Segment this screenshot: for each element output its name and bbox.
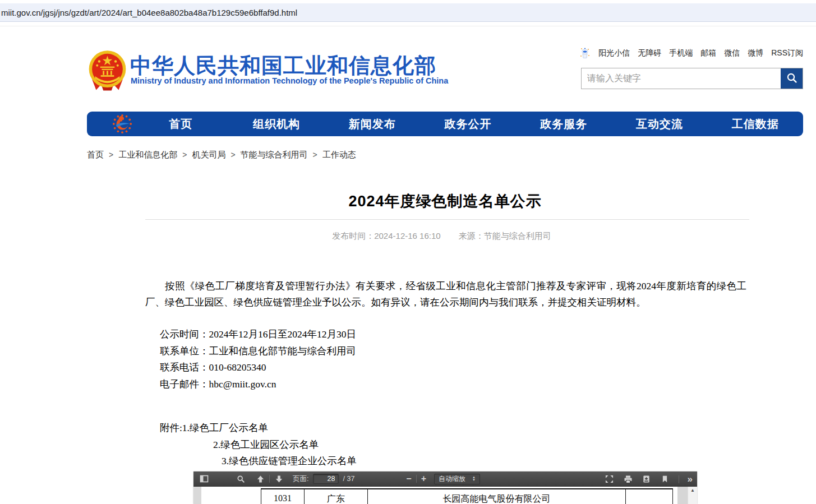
crumb-home[interactable]: 首页 — [87, 150, 104, 159]
breadcrumb: 首页>工业和信息化部>机关司局>节能与综合利用司>工作动态 — [87, 150, 356, 160]
article-source: 来源：节能与综合利用司 — [459, 231, 551, 241]
row-seq: 1031 — [261, 489, 304, 504]
miit-logo-icon — [112, 113, 133, 135]
crumb-departments[interactable]: 机关司局 — [192, 150, 225, 159]
pdf-toolbar-right: » — [605, 471, 693, 487]
nav-item-data[interactable]: 工信数据 — [707, 117, 803, 132]
page: miit.gov.cn/jgsj/jns/gzdt/art/2024/art_b… — [0, 0, 816, 504]
quick-link-mobile[interactable]: 手机端 — [669, 48, 693, 58]
zoom-mode-value: 自动缩放 — [439, 474, 465, 484]
download-icon[interactable] — [642, 474, 652, 484]
attachment-3: 3.绿色供应链管理企业公示名单 — [160, 453, 357, 470]
article-meta: 发布时间：2024-12-16 16:10 来源：节能与综合利用司 — [87, 231, 796, 242]
pdf-toolbar: 页面: / 37 − + 自动缩放 ▲▼ — [193, 471, 697, 487]
nav-item-news[interactable]: 新闻发布 — [324, 117, 420, 132]
nav-items: 首页 组织机构 新闻发布 政务公开 政务服务 互动交流 工信数据 — [133, 112, 803, 136]
attachment-2: 2.绿色工业园区公示名单 — [160, 437, 357, 454]
page-url: miit.gov.cn/jgsj/jns/gzdt/art/2024/art_b… — [0, 8, 297, 17]
find-icon[interactable] — [236, 474, 246, 484]
zoom-mode-select[interactable]: 自动缩放 ▲▼ — [434, 474, 480, 484]
quick-link-wechat[interactable]: 微信 — [724, 48, 740, 58]
article-paragraph: 按照《绿色工厂梯度培育及管理暂行办法》有关要求，经省级工业和信息化主管部门推荐及… — [145, 278, 746, 311]
header-quick-links: 阳光小信 无障碍 手机端 邮箱 微信 微博 RSS订阅 — [579, 47, 803, 59]
main-nav: 首页 组织机构 新闻发布 政务公开 政务服务 互动交流 工信数据 — [87, 112, 803, 136]
toolbar-divider — [416, 475, 417, 483]
pdf-scrollbar[interactable]: ▲ — [688, 487, 697, 504]
pdf-page-left-edge — [193, 487, 201, 504]
chrome-divider — [0, 26, 816, 26]
crumb-separator: > — [182, 150, 187, 159]
pdf-table-row: 1031 广东 长园高能电气股份有限公司 — [261, 488, 673, 504]
print-icon[interactable] — [623, 474, 633, 484]
sidebar-toggle-icon[interactable] — [199, 474, 209, 484]
contact-phone: 联系电话：010-68205340 — [160, 359, 356, 376]
bookmark-icon[interactable] — [660, 474, 670, 484]
spinner-arrows-icon: ▲▼ — [472, 476, 476, 482]
publicity-period: 公示时间：2024年12月16日至2024年12月30日 — [160, 326, 356, 343]
magnifier-icon — [786, 72, 798, 86]
scroll-up-icon[interactable]: ▲ — [688, 487, 697, 494]
crumb-work-updates[interactable]: 工作动态 — [322, 150, 356, 159]
quick-link-mail[interactable]: 邮箱 — [700, 48, 716, 58]
sunshine-robot-icon — [579, 47, 591, 59]
page-up-icon[interactable] — [255, 474, 265, 484]
page-down-icon[interactable] — [274, 474, 284, 484]
toolbar-divider — [269, 475, 270, 483]
attachment-list: 附件:1.绿色工厂公示名单 2.绿色工业园区公示名单 3.绿色供应链管理企业公示… — [160, 420, 357, 470]
more-tools-icon[interactable]: » — [688, 474, 693, 484]
quick-link-accessibility[interactable]: 无障碍 — [638, 48, 661, 58]
contact-unit: 联系单位：工业和信息化部节能与综合利用司 — [160, 343, 356, 360]
article-contact-info: 公示时间：2024年12月16日至2024年12月30日 联系单位：工业和信息化… — [160, 326, 356, 393]
quick-link-sunshine[interactable]: 阳光小信 — [598, 48, 630, 58]
page-number-input[interactable] — [313, 474, 339, 484]
crumb-energy-dept[interactable]: 节能与综合利用司 — [241, 150, 308, 159]
national-emblem-icon — [87, 49, 128, 91]
nav-item-home[interactable]: 首页 — [133, 117, 229, 132]
row-company: 长园高能电气股份有限公司 — [367, 489, 625, 504]
title-divider — [145, 219, 749, 220]
nav-item-organization[interactable]: 组织机构 — [229, 117, 325, 132]
crumb-separator: > — [109, 150, 113, 159]
quick-link-weibo[interactable]: 微博 — [748, 48, 763, 58]
publish-time: 发布时间：2024-12-16 16:10 — [332, 231, 440, 241]
pdf-viewer: 页面: / 37 − + 自动缩放 ▲▼ — [193, 471, 697, 504]
article-title: 2024年度绿色制造名单公示 — [87, 191, 803, 211]
contact-email: 电子邮件：hbc@miit.gov.cn — [160, 376, 356, 393]
nav-item-gov-open[interactable]: 政务公开 — [420, 117, 516, 132]
toolbar-divider — [679, 475, 679, 483]
pdf-content: 1031 广东 长园高能电气股份有限公司 ▲ — [193, 487, 697, 504]
quick-link-rss[interactable]: RSS订阅 — [771, 48, 803, 58]
presentation-mode-icon[interactable] — [605, 474, 615, 484]
row-empty-cell — [625, 489, 673, 504]
zoom-in-icon[interactable]: + — [421, 474, 426, 483]
zoom-out-icon[interactable]: − — [406, 474, 411, 483]
nav-item-gov-service[interactable]: 政务服务 — [516, 117, 612, 132]
site-subtitle: Ministry of Industry and Information Tec… — [131, 76, 448, 85]
nav-item-interaction[interactable]: 互动交流 — [612, 117, 708, 132]
search-input[interactable] — [582, 68, 781, 89]
pdf-page-right-edge — [677, 487, 688, 504]
page-label: 页面: — [293, 474, 308, 484]
page-total: / 37 — [343, 475, 354, 483]
site-search — [581, 68, 803, 89]
crumb-miit[interactable]: 工业和信息化部 — [118, 150, 177, 159]
attachment-1: 附件:1.绿色工厂公示名单 — [160, 420, 357, 437]
crumb-separator: > — [313, 150, 317, 159]
browser-url-bar[interactable]: miit.gov.cn/jgsj/jns/gzdt/art/2024/art_b… — [0, 3, 816, 22]
row-province: 广东 — [304, 489, 367, 504]
search-button[interactable] — [781, 68, 803, 89]
crumb-separator: > — [230, 150, 235, 159]
